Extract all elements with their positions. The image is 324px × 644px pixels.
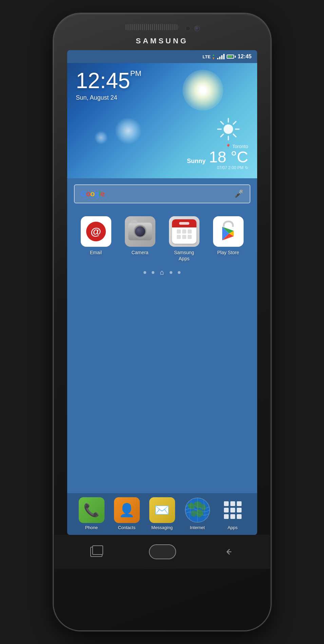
signal-bar-1 <box>217 58 218 59</box>
page-dots: ⌂ <box>144 268 180 276</box>
weather-condition: Sunny <box>187 158 206 165</box>
data-arrows: ▲ ▼ <box>212 54 215 60</box>
battery-tip <box>235 56 236 58</box>
status-bar: LTE ▲ ▼ 12:45 <box>67 50 257 63</box>
navigation-bar <box>54 535 271 569</box>
phone-icon: 📞 <box>79 497 104 523</box>
microphone-icon[interactable]: 🎤 <box>234 189 244 198</box>
app-row-main: @ Email Camera <box>77 216 247 262</box>
apps-grid-icon <box>223 500 243 520</box>
weather-update-time: 07/07 2:00 PM ↻ <box>187 165 248 170</box>
search-bar-container: Google 🎤 <box>67 178 257 209</box>
svg-point-0 <box>224 124 233 134</box>
samsung-apps-body <box>172 219 196 244</box>
camera-lens <box>134 225 146 238</box>
play-store-triangle <box>221 226 236 241</box>
weather-location: 📍 Toronto <box>187 144 248 149</box>
internet-dock-label: Internet <box>190 525 205 530</box>
lens-flare-1 <box>115 117 142 144</box>
svg-line-8 <box>221 134 223 137</box>
speaker-grille <box>125 24 179 30</box>
samsung-apps-label: Samsung Apps <box>174 249 194 262</box>
phone-dock-label: Phone <box>85 525 98 530</box>
phone-top-area: SAMSUNG <box>54 14 271 45</box>
app-item-camera[interactable]: Camera <box>121 216 159 262</box>
apps-icon <box>220 497 246 523</box>
location-pin-icon: 📍 <box>225 144 231 149</box>
network-status: LTE ▲ ▼ <box>203 54 215 60</box>
status-time: 12:45 <box>238 54 252 60</box>
samsung-apps-icon <box>169 216 199 247</box>
weather-clock: 12:45PM <box>76 70 141 92</box>
lens-flare-2 <box>94 131 108 144</box>
signal-bar-4 <box>223 54 225 59</box>
phone-screen: LTE ▲ ▼ 12:45 <box>67 50 257 535</box>
app-item-email[interactable]: @ Email <box>77 216 115 262</box>
email-at-symbol: @ <box>86 222 106 241</box>
samsung-apps-grid <box>175 228 193 240</box>
phone-device: SAMSUNG LTE ▲ ▼ <box>54 14 271 630</box>
messaging-icon: ✉️ <box>149 497 175 523</box>
play-store-bag <box>216 219 241 244</box>
back-button[interactable] <box>223 546 234 557</box>
battery-indicator <box>227 55 236 59</box>
upload-arrow: ▲ <box>212 54 215 57</box>
page-dot-4 <box>170 271 172 274</box>
app-item-play-store[interactable]: Play Store <box>210 216 247 262</box>
bag-handle <box>223 221 234 227</box>
apps-dock-label: Apps <box>228 525 238 530</box>
svg-line-6 <box>233 134 236 137</box>
battery-fill <box>228 56 232 58</box>
app-item-samsung-apps[interactable]: Samsung Apps <box>166 216 203 262</box>
dock-item-internet[interactable]: Internet <box>185 497 210 530</box>
messaging-dock-label: Messaging <box>151 525 173 530</box>
play-store-label: Play Store <box>217 249 239 256</box>
download-arrow: ▼ <box>212 57 215 60</box>
home-dot: ⌂ <box>160 268 164 276</box>
email-icon: @ <box>81 216 111 247</box>
dock-item-phone[interactable]: 📞 Phone <box>79 497 104 530</box>
camera-bump <box>131 220 137 223</box>
weather-info: 📍 Toronto Sunny 18 °C 07/07 2:00 PM ↻ <box>187 144 248 170</box>
globe-svg <box>185 497 210 523</box>
weather-widget[interactable]: 12:45PM Sun, August 24 <box>67 63 257 178</box>
recent-apps-button[interactable] <box>90 547 102 557</box>
battery-body <box>227 55 234 59</box>
home-button[interactable] <box>149 544 176 559</box>
google-logo: Google <box>81 189 104 198</box>
samsung-apps-header <box>172 219 196 227</box>
sensor-dot <box>186 26 190 31</box>
contacts-icon: 👤 <box>114 497 140 523</box>
google-search-bar[interactable]: Google 🎤 <box>74 184 250 203</box>
contacts-dock-label: Contacts <box>118 525 135 530</box>
weather-date: Sun, August 24 <box>76 94 117 101</box>
brand-label: SAMSUNG <box>136 37 188 45</box>
page-dot-5 <box>178 271 180 274</box>
apps-grid: @ Email Camera <box>67 209 257 493</box>
weather-temperature: 18 °C <box>209 149 248 165</box>
svg-line-7 <box>233 122 236 124</box>
phone-symbol: 📞 <box>83 503 99 518</box>
signal-bars <box>217 54 225 59</box>
top-sensors <box>186 26 200 31</box>
lte-indicator: LTE <box>203 54 211 59</box>
page-dot-1 <box>144 271 146 274</box>
signal-bar-3 <box>221 55 223 59</box>
signal-bar-2 <box>219 57 221 59</box>
bottom-dock: 📞 Phone 👤 Contacts ✉️ Messaging <box>67 493 257 535</box>
svg-line-5 <box>221 122 223 124</box>
front-camera <box>194 26 200 31</box>
dock-item-messaging[interactable]: ✉️ Messaging <box>149 497 175 530</box>
messaging-symbol: ✉️ <box>154 503 170 517</box>
dock-item-apps[interactable]: Apps <box>220 497 246 530</box>
camera-label: Camera <box>132 249 149 256</box>
sun-glow <box>183 70 223 110</box>
dock-item-contacts[interactable]: 👤 Contacts <box>114 497 140 530</box>
camera-icon <box>125 216 155 247</box>
weather-sun-icon <box>216 117 240 141</box>
internet-icon <box>185 497 210 523</box>
email-label: Email <box>90 249 102 256</box>
play-store-icon <box>213 216 244 247</box>
page-dot-2 <box>152 271 154 274</box>
refresh-icon: ↻ <box>245 165 248 170</box>
